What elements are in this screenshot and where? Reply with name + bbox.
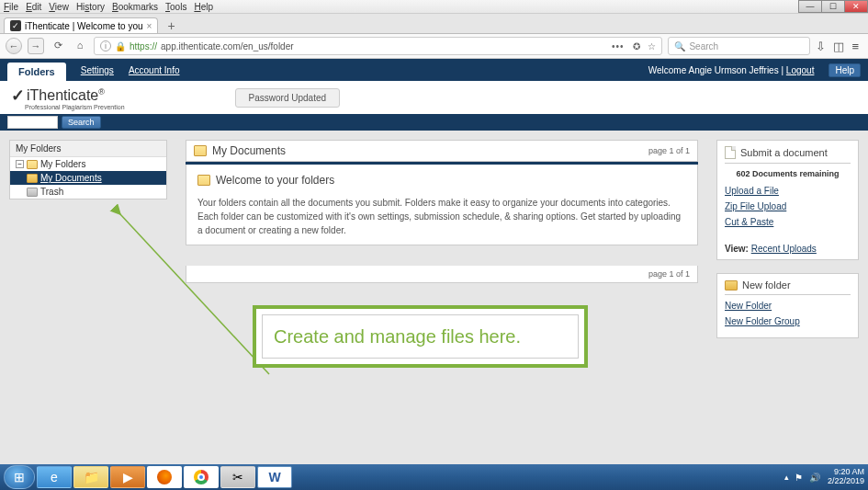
folder-header: My Documents page 1 of 1 <box>186 140 698 162</box>
nav-tab-folders[interactable]: Folders <box>7 63 66 81</box>
clock-date: 2/22/2019 <box>828 477 864 486</box>
logo-tagline: Professional Plagiarism Prevention <box>25 104 125 110</box>
tree-root-label: My Folders <box>40 159 85 169</box>
new-folder-panel: New folder New Folder New Folder Group <box>716 273 859 338</box>
folder-body: Welcome to your folders Your folders con… <box>186 165 698 245</box>
start-button[interactable]: ⊞ <box>4 465 35 489</box>
menu-tools[interactable]: Tools <box>165 2 186 12</box>
url-bar[interactable]: i 🔒 https://app.ithenticate.com/en_us/fo… <box>94 37 662 55</box>
new-folder-link[interactable]: New Folder <box>725 301 851 311</box>
menu-bookmarks[interactable]: Bookmarks <box>112 2 158 12</box>
tab-close-icon[interactable]: × <box>147 21 152 31</box>
reader-icon[interactable]: ✪ <box>633 41 640 51</box>
taskbar-clock[interactable]: 9:20 AM 2/22/2019 <box>828 468 864 486</box>
browser-menu-bar: File Edit View History Bookmarks Tools H… <box>0 0 868 14</box>
tab-favicon-icon: ✓ <box>10 20 21 31</box>
password-updated-notice: Password Updated <box>235 88 341 108</box>
folder-icon <box>27 160 38 169</box>
page-info-bottom: page 1 of 1 <box>648 269 690 279</box>
help-button[interactable]: Help <box>829 63 861 77</box>
brand-logo: ✓ iThenticate® Professional Plagiarism P… <box>11 85 125 110</box>
windows-taskbar: ⊞ e 📁 ▶ ✂ W ▴ ⚑ 🔊 9:20 AM 2/22/2019 <box>0 464 868 490</box>
submit-document-panel: Submit a document 602 Documents remainin… <box>716 140 859 260</box>
bookmark-star-icon[interactable]: ☆ <box>648 41 656 51</box>
right-column: Submit a document 602 Documents remainin… <box>716 140 859 338</box>
back-button[interactable]: ← <box>6 38 22 54</box>
tree-item-trash[interactable]: Trash <box>10 185 166 199</box>
browser-search-box[interactable]: 🔍 Search <box>668 37 810 55</box>
tree-item-label: My Documents <box>40 173 102 183</box>
logo-brand-text: iThenticate <box>27 88 98 104</box>
sidebar-title: My Folders <box>10 141 166 157</box>
app-nav-bar: Folders Settings Account Info Welcome An… <box>0 59 868 81</box>
app-search-input[interactable] <box>7 116 58 129</box>
tree-item-my-documents[interactable]: My Documents <box>10 171 166 185</box>
taskbar-chrome-icon[interactable] <box>184 466 219 488</box>
downloads-icon[interactable]: ⇩ <box>816 40 826 53</box>
annotation-text: Create and manage files here. <box>262 314 579 359</box>
browser-toolbar: ← → ⟳ ⌂ i 🔒 https://app.ithenticate.com/… <box>0 34 868 59</box>
new-folder-group-link[interactable]: New Folder Group <box>725 316 851 326</box>
app-search-button[interactable]: Search <box>62 116 101 129</box>
page-actions-icon[interactable]: ••• <box>612 41 625 51</box>
logout-link[interactable]: Logout <box>786 65 815 75</box>
main-panel: My Documents page 1 of 1 Welcome to your… <box>186 140 698 283</box>
upload-file-link[interactable]: Upload a File <box>725 186 851 196</box>
folders-sidebar: My Folders − My Folders My Documents Tra… <box>9 140 167 199</box>
hamburger-menu-icon[interactable]: ≡ <box>851 40 859 53</box>
menu-file[interactable]: File <box>4 2 18 12</box>
document-icon <box>725 146 736 159</box>
menu-edit[interactable]: Edit <box>26 2 41 12</box>
url-text: app.ithenticate.com/en_us/folder <box>161 41 294 51</box>
tray-icons[interactable]: ⚑ 🔊 <box>795 473 822 483</box>
cut-paste-link[interactable]: Cut & Paste <box>725 217 851 227</box>
app-header: ✓ iThenticate® Professional Plagiarism P… <box>0 81 868 114</box>
taskbar-ie-icon[interactable]: e <box>37 466 72 488</box>
folder-icon <box>27 174 38 183</box>
content-area: My Folders − My Folders My Documents Tra… <box>0 131 868 464</box>
view-label: View: <box>725 244 749 254</box>
expand-collapse-icon[interactable]: − <box>16 160 24 168</box>
taskbar-media-player-icon[interactable]: ▶ <box>110 466 145 488</box>
lock-icon: 🔒 <box>115 41 126 51</box>
tree-root-my-folders[interactable]: − My Folders <box>10 157 166 171</box>
documents-remaining: 602 Documents remaining <box>725 169 851 178</box>
taskbar-explorer-icon[interactable]: 📁 <box>73 466 108 488</box>
trash-icon <box>27 188 38 197</box>
new-tab-button[interactable]: + <box>163 18 178 33</box>
window-close-button[interactable]: ✕ <box>844 0 868 13</box>
folder-title: My Documents <box>212 144 286 157</box>
window-minimize-button[interactable]: — <box>798 0 822 13</box>
reload-button[interactable]: ⟳ <box>50 38 66 54</box>
forward-button[interactable]: → <box>28 38 44 54</box>
menu-view[interactable]: View <box>49 2 69 12</box>
site-info-icon[interactable]: i <box>100 40 111 51</box>
annotation-callout: Create and manage files here. <box>253 305 588 368</box>
window-maximize-button[interactable]: ☐ <box>821 0 845 13</box>
system-tray: ▴ ⚑ 🔊 9:20 AM 2/22/2019 <box>784 468 864 486</box>
search-placeholder: Search <box>689 41 718 51</box>
taskbar-word-icon[interactable]: W <box>257 466 292 488</box>
sidebar-icon[interactable]: ◫ <box>833 40 844 53</box>
app-search-strip: Search <box>0 114 868 131</box>
browser-tab-strip: ✓ iThenticate | Welcome to you × + <box>0 14 868 34</box>
nav-link-account[interactable]: Account Info <box>129 65 180 75</box>
menu-history[interactable]: History <box>76 2 105 12</box>
recent-uploads-link[interactable]: Recent Uploads <box>751 244 817 254</box>
home-button[interactable]: ⌂ <box>72 38 88 54</box>
tray-show-hidden-icon[interactable]: ▴ <box>784 473 789 482</box>
welcome-title: Welcome to your folders <box>216 174 334 187</box>
browser-tab[interactable]: ✓ iThenticate | Welcome to you × <box>4 17 158 33</box>
welcome-description: Your folders contain all the documents y… <box>197 196 686 237</box>
new-folder-icon <box>725 280 738 291</box>
zip-upload-link[interactable]: Zip File Upload <box>725 201 851 211</box>
taskbar-firefox-icon[interactable] <box>147 466 182 488</box>
folder-icon <box>197 175 210 186</box>
nav-link-settings[interactable]: Settings <box>81 65 114 75</box>
new-folder-panel-title: New folder <box>742 279 791 291</box>
tree-item-label: Trash <box>40 187 63 197</box>
menu-help[interactable]: Help <box>194 2 213 12</box>
taskbar-snipping-tool-icon[interactable]: ✂ <box>220 466 255 488</box>
search-icon: 🔍 <box>674 41 685 51</box>
logo-check-icon: ✓ <box>11 85 25 106</box>
